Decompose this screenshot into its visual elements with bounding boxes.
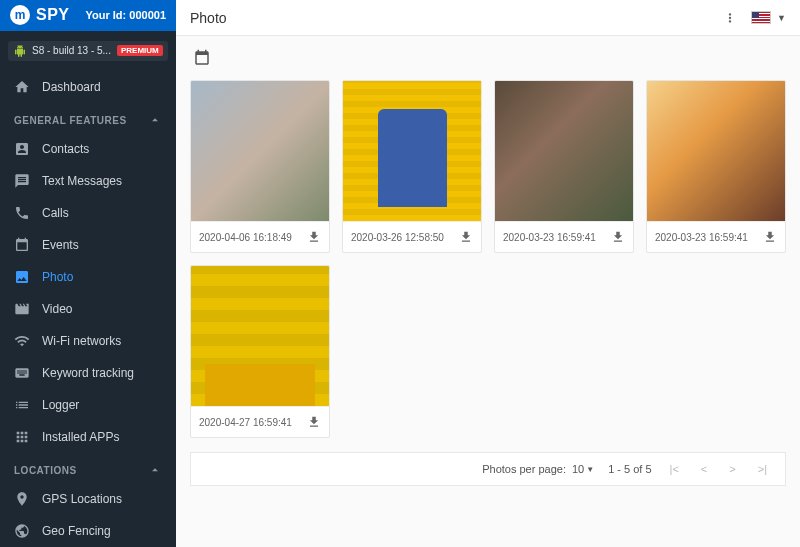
sidebar-item-geo[interactable]: Geo Fencing xyxy=(0,515,176,547)
language-selector[interactable]: ▼ xyxy=(751,11,786,24)
location-icon xyxy=(14,491,30,507)
download-icon[interactable] xyxy=(611,230,625,244)
chevron-down-icon: ▼ xyxy=(777,13,786,23)
sidebar-item-events[interactable]: Events xyxy=(0,229,176,261)
video-icon xyxy=(14,301,30,317)
photo-meta: 2020-03-23 16:59:41 xyxy=(647,221,785,252)
photo-card[interactable]: 2020-03-26 12:58:50 xyxy=(342,80,482,253)
photo-thumbnail xyxy=(495,81,633,221)
logo[interactable]: m SPY xyxy=(10,5,70,25)
android-icon xyxy=(14,45,26,57)
per-page-select[interactable]: 10 ▼ xyxy=(572,463,594,475)
sidebar-item-wifi[interactable]: Wi-Fi networks xyxy=(0,325,176,357)
sidebar-item-keyword[interactable]: Keyword tracking xyxy=(0,357,176,389)
sidebar-item-label: Logger xyxy=(42,398,79,412)
first-page-button[interactable]: |< xyxy=(666,463,683,475)
home-icon xyxy=(14,79,30,95)
contacts-icon xyxy=(14,141,30,157)
download-icon[interactable] xyxy=(763,230,777,244)
us-flag-icon xyxy=(751,11,771,24)
main-content: Photo ▼ 2020-04-06 16:18:49 xyxy=(176,0,800,547)
date-filter-button[interactable] xyxy=(190,46,214,70)
top-actions: ▼ xyxy=(723,11,786,25)
download-icon[interactable] xyxy=(307,230,321,244)
sidebar-item-label: Wi-Fi networks xyxy=(42,334,121,348)
more-icon[interactable] xyxy=(723,11,737,25)
topbar: Photo ▼ xyxy=(176,0,800,36)
keyboard-icon xyxy=(14,365,30,381)
message-icon xyxy=(14,173,30,189)
sidebar-item-dashboard[interactable]: Dashboard xyxy=(0,71,176,103)
photo-grid: 2020-04-06 16:18:49 2020-03-26 12:58:50 … xyxy=(176,80,800,452)
photo-card[interactable]: 2020-04-27 16:59:41 xyxy=(190,265,330,438)
user-id-label: Your Id: 000001 xyxy=(86,9,167,21)
sidebar-section-general[interactable]: GENERAL FEATURES xyxy=(0,103,176,133)
sidebar-item-contacts[interactable]: Contacts xyxy=(0,133,176,165)
photo-meta: 2020-04-27 16:59:41 xyxy=(191,406,329,437)
sidebar-item-label: Installed APPs xyxy=(42,430,119,444)
photo-card[interactable]: 2020-03-23 16:59:41 xyxy=(646,80,786,253)
photo-timestamp: 2020-04-27 16:59:41 xyxy=(199,417,292,428)
sidebar-item-gps[interactable]: GPS Locations xyxy=(0,483,176,515)
logo-icon: m xyxy=(10,5,30,25)
device-name: S8 - build 13 - 5... xyxy=(32,45,111,56)
sidebar-item-label: Events xyxy=(42,238,79,252)
sidebar-item-photo[interactable]: Photo xyxy=(0,261,176,293)
sidebar: m SPY Your Id: 000001 S8 - build 13 - 5.… xyxy=(0,0,176,547)
photo-thumbnail xyxy=(647,81,785,221)
photo-timestamp: 2020-03-26 12:58:50 xyxy=(351,232,444,243)
next-page-button[interactable]: > xyxy=(725,463,739,475)
globe-icon xyxy=(14,523,30,539)
photo-icon xyxy=(14,269,30,285)
photo-card[interactable]: 2020-04-06 16:18:49 xyxy=(190,80,330,253)
page-range: 1 - 5 of 5 xyxy=(608,463,651,475)
toolbar xyxy=(176,36,800,80)
per-page-value: 10 xyxy=(572,463,584,475)
sidebar-item-label: GPS Locations xyxy=(42,492,122,506)
sidebar-item-label: Geo Fencing xyxy=(42,524,111,538)
download-icon[interactable] xyxy=(459,230,473,244)
prev-page-button[interactable]: < xyxy=(697,463,711,475)
sidebar-item-apps[interactable]: Installed APPs xyxy=(0,421,176,453)
phone-icon xyxy=(14,205,30,221)
photo-thumbnail xyxy=(343,81,481,221)
per-page-label: Photos per page: xyxy=(482,463,566,475)
photo-meta: 2020-03-23 16:59:41 xyxy=(495,221,633,252)
photo-timestamp: 2020-04-06 16:18:49 xyxy=(199,232,292,243)
sidebar-item-label: Video xyxy=(42,302,72,316)
device-selector[interactable]: S8 - build 13 - 5... PREMIUM xyxy=(8,41,168,61)
sidebar-item-text-messages[interactable]: Text Messages xyxy=(0,165,176,197)
section-label: LOCATIONS xyxy=(14,465,77,476)
sidebar-item-label: Contacts xyxy=(42,142,89,156)
sidebar-item-label: Text Messages xyxy=(42,174,122,188)
sidebar-item-label: Keyword tracking xyxy=(42,366,134,380)
section-label: GENERAL FEATURES xyxy=(14,115,127,126)
download-icon[interactable] xyxy=(307,415,321,429)
sidebar-item-label: Calls xyxy=(42,206,69,220)
brand-text: SPY xyxy=(36,6,70,24)
photo-meta: 2020-03-26 12:58:50 xyxy=(343,221,481,252)
sidebar-item-calls[interactable]: Calls xyxy=(0,197,176,229)
chevron-down-icon: ▼ xyxy=(586,465,594,474)
wifi-icon xyxy=(14,333,30,349)
sidebar-item-logger[interactable]: Logger xyxy=(0,389,176,421)
premium-badge: PREMIUM xyxy=(117,45,163,56)
apps-icon xyxy=(14,429,30,445)
per-page-control: Photos per page: 10 ▼ xyxy=(482,463,594,475)
sidebar-header: m SPY Your Id: 000001 xyxy=(0,0,176,31)
sidebar-item-video[interactable]: Video xyxy=(0,293,176,325)
list-icon xyxy=(14,397,30,413)
photo-meta: 2020-04-06 16:18:49 xyxy=(191,221,329,252)
photo-timestamp: 2020-03-23 16:59:41 xyxy=(655,232,748,243)
chevron-up-icon xyxy=(148,463,162,477)
last-page-button[interactable]: >| xyxy=(754,463,771,475)
sidebar-section-locations[interactable]: LOCATIONS xyxy=(0,453,176,483)
calendar-icon xyxy=(14,237,30,253)
pagination-bar: Photos per page: 10 ▼ 1 - 5 of 5 |< < > … xyxy=(190,452,786,486)
photo-thumbnail xyxy=(191,266,329,406)
photo-card[interactable]: 2020-03-23 16:59:41 xyxy=(494,80,634,253)
page-title: Photo xyxy=(190,10,227,26)
chevron-up-icon xyxy=(148,113,162,127)
sidebar-item-label: Dashboard xyxy=(42,80,101,94)
sidebar-item-label: Photo xyxy=(42,270,73,284)
